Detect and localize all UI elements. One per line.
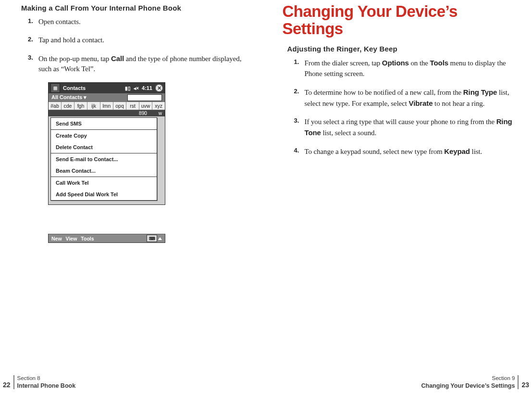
device-alpha-tabs[interactable]: #ab cde fgh ijk lmn opq rst uvw xyz [49,101,165,110]
tab-ab[interactable]: #ab [49,102,62,110]
device-clock: 4:11 [142,85,152,91]
tab-uvw[interactable]: uvw [139,102,152,110]
text: To change a keypad sound, select new typ… [305,148,445,155]
menu-add-speed-dial[interactable]: Add Speed Dial Work Tel [51,189,157,200]
bold-ring-type: Ring Type [463,88,497,96]
right-step-2: To determine how to be notified of a new… [294,87,516,117]
text: to not hear a ring. [433,100,484,107]
device-category-bar[interactable]: All Contacts ▾ [49,93,165,101]
tab-cde[interactable]: cde [62,102,74,110]
softkey-tools[interactable]: Tools [81,236,94,241]
text: From the dialer screen, tap [305,59,382,67]
left-step-1: Open contacts. [28,17,250,35]
bold-call: Call [111,54,124,63]
left-footer: 22 Section 8 Internal Phone Book [0,375,75,389]
numrow-a: 890 [139,111,147,116]
right-step-4: To change a keypad sound, select new typ… [294,146,516,165]
menu-send-sms[interactable]: Send SMS [51,118,157,129]
tab-opq[interactable]: opq [113,102,126,110]
right-page-number: 23 [519,381,532,389]
tab-ijk[interactable]: ijk [87,102,100,110]
right-step-3: If you select a ring type that will caus… [294,116,516,146]
tab-fgh[interactable]: fgh [74,102,87,110]
menu-send-email[interactable]: Send E-mail to Contact... [51,153,157,165]
device-num-row: 890 w [49,110,165,116]
right-heading: Adjusting the Ringer, Key Beep [287,45,516,53]
text: Tap and hold a contact. [38,36,104,44]
menu-create-copy[interactable]: Create Copy [51,130,157,141]
menu-call-work-tel[interactable]: Call Work Tel [51,177,157,189]
start-icon[interactable]: ⊞ [50,83,60,93]
left-step-3: On the pop-up menu, tap Call and the typ… [28,53,250,83]
signal-icon: ▮▯ [125,86,131,91]
text: If you select a ring type that will caus… [305,118,496,126]
text: list, select a sound. [321,129,376,137]
search-input[interactable] [127,94,162,101]
bold-vibrate: Vibrate [409,99,433,107]
bold-options: Options [382,59,409,67]
left-page-number: 22 [0,381,13,389]
right-step-1: From the dialer screen, tap Options on t… [294,58,516,87]
bold-keypad: Keypad [444,147,470,155]
numrow-b: w [159,111,162,116]
softkey-view[interactable]: View [66,236,77,241]
device-titlebar: ⊞ Contacts ▮▯ ◂× 4:11 ✕ [49,83,165,93]
left-section-label: Section 8 [17,375,76,381]
right-section-title: Changing Your Device’s Settings [421,382,515,389]
tab-lmn[interactable]: lmn [100,102,113,110]
text: list. [470,148,482,155]
menu-delete-contact[interactable]: Delete Contact [51,141,157,153]
text: On the pop-up menu, tap [38,55,111,63]
volume-icon: ◂× [134,86,139,91]
left-steps: Open contacts. Tap and hold a contact. O… [16,17,250,82]
right-steps: From the dialer screen, tap Options on t… [283,58,516,165]
context-menu: Send SMS Create Copy Delete Contact Send… [50,117,157,201]
device-screenshot: ⊞ Contacts ▮▯ ◂× 4:11 ✕ All Contacts ▾ #… [48,82,250,243]
bold-tools: Tools [430,59,448,67]
device-softkey-bar: New View Tools ⌨ [48,234,165,243]
menu-beam-contact[interactable]: Beam Contact... [51,165,157,177]
input-arrow-icon[interactable] [158,237,162,240]
text: To determine how to be notified of a new… [305,89,463,96]
right-footer: Section 9 Changing Your Device’s Setting… [421,375,532,389]
tab-rst[interactable]: rst [126,102,139,110]
chapter-title: Changing Your Device’s Settings [283,3,516,37]
softkey-new[interactable]: New [51,236,62,241]
left-step-2: Tap and hold a contact. [28,35,250,53]
tab-xyz[interactable]: xyz [152,102,165,110]
left-heading: Making a Call From Your Internal Phone B… [21,4,250,12]
close-icon[interactable]: ✕ [155,84,163,92]
category-label[interactable]: All Contacts ▾ [51,94,87,101]
keyboard-icon[interactable]: ⌨ [147,235,157,242]
left-section-title: Internal Phone Book [17,382,76,389]
text: on the [409,59,430,67]
right-section-label: Section 9 [492,375,515,381]
text: Open contacts. [38,18,81,25]
device-app-title: Contacts [63,85,86,91]
